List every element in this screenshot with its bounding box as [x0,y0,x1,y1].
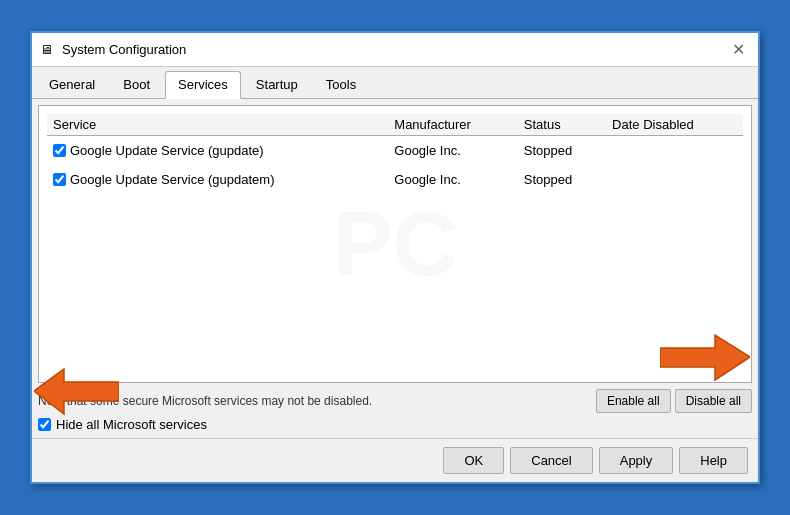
help-button[interactable]: Help [679,447,748,474]
date-disabled-cell-2 [606,165,743,194]
status-cell-2: Stopped [518,165,606,194]
table-row: Google Update Service (gupdate) Google I… [47,136,743,166]
tab-startup[interactable]: Startup [243,71,311,98]
title-bar: 🖥 System Configuration ✕ [32,33,758,67]
service-name-1: Google Update Service (gupdate) [70,143,264,158]
window-icon: 🖥 [40,42,56,58]
manufacturer-cell-1: Google Inc. [388,136,517,166]
enable-all-button[interactable]: Enable all [596,389,671,413]
window-title: System Configuration [62,42,186,57]
close-button[interactable]: ✕ [726,38,750,62]
service-name-cell: Google Update Service (gupdate) [47,136,388,166]
footer: OK Cancel Apply Help [32,438,758,482]
services-table: Service Manufacturer Status Date Disable… [47,114,743,374]
col-header-date-disabled: Date Disabled [606,114,743,136]
service-checkbox-1[interactable] [53,144,66,157]
col-header-status: Status [518,114,606,136]
date-disabled-cell-1 [606,136,743,166]
service-checkbox-2[interactable] [53,173,66,186]
note-text: Note that some secure Microsoft services… [38,394,372,408]
status-cell-1: Stopped [518,136,606,166]
col-header-manufacturer: Manufacturer [388,114,517,136]
tab-services[interactable]: Services [165,71,241,99]
tab-general[interactable]: General [36,71,108,98]
hide-ms-label: Hide all Microsoft services [56,417,207,432]
title-bar-left: 🖥 System Configuration [40,42,186,58]
services-content: PC Service Manufacturer Status Date Disa… [38,105,752,383]
enable-disable-buttons: Enable all Disable all [596,389,752,413]
table-row: Google Update Service (gupdatem) Google … [47,165,743,194]
tab-boot[interactable]: Boot [110,71,163,98]
tab-bar: General Boot Services Startup Tools [32,67,758,99]
hide-ms-checkbox[interactable] [38,418,51,431]
manufacturer-cell-2: Google Inc. [388,165,517,194]
hide-ms-row: Hide all Microsoft services [38,417,752,432]
system-config-window: 🖥 System Configuration ✕ General Boot Se… [30,31,760,484]
service-name-2: Google Update Service (gupdatem) [70,172,275,187]
col-header-service: Service [47,114,388,136]
disable-all-button[interactable]: Disable all [675,389,752,413]
ok-button[interactable]: OK [443,447,504,474]
apply-button[interactable]: Apply [599,447,674,474]
service-name-cell-2: Google Update Service (gupdatem) [47,165,388,194]
bottom-note-row: Note that some secure Microsoft services… [38,389,752,413]
tab-tools[interactable]: Tools [313,71,369,98]
cancel-button[interactable]: Cancel [510,447,592,474]
